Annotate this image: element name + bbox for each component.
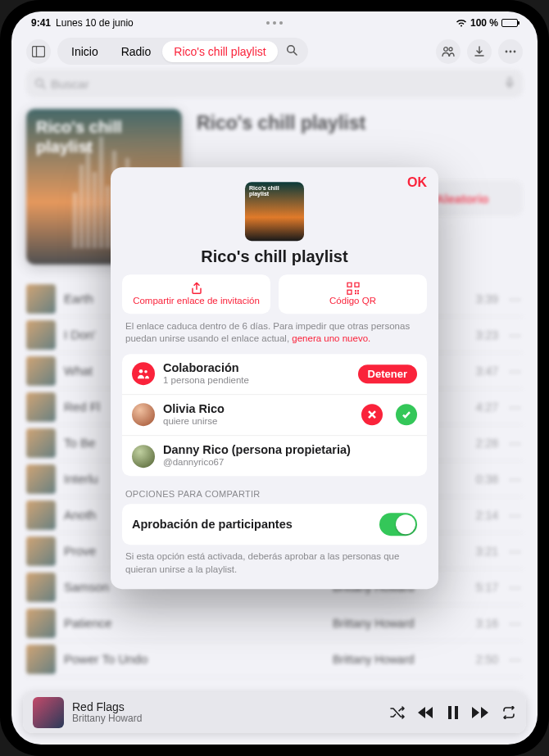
track-more-button[interactable]: ⋯ — [506, 544, 523, 559]
track-more-button[interactable]: ⋯ — [506, 580, 523, 595]
track-title: Power To Undo — [64, 652, 324, 666]
sidebar-toggle-button[interactable] — [26, 39, 51, 64]
repeat-icon[interactable] — [501, 706, 516, 719]
track-more-button[interactable]: ⋯ — [506, 328, 523, 342]
track-duration: 4:27 — [464, 401, 498, 414]
stop-collaboration-button[interactable]: Detener — [358, 364, 417, 383]
mic-icon[interactable] — [505, 77, 515, 90]
qr-code-button[interactable]: Código QR — [279, 274, 427, 314]
track-more-button[interactable]: ⋯ — [506, 652, 523, 667]
dialog-cover-title: Rico's chill playlist — [245, 182, 304, 201]
qr-code-label: Código QR — [329, 296, 376, 306]
track-artist: Brittany Howard — [333, 617, 456, 630]
ellipsis-icon — [505, 50, 516, 53]
svg-rect-18 — [357, 292, 359, 294]
status-dots — [266, 21, 283, 25]
track-duration: 2:28 — [464, 437, 498, 450]
status-left: 9:41 Lunes 10 de junio — [31, 17, 134, 29]
tab-search-button[interactable] — [278, 40, 306, 62]
track-art — [26, 284, 56, 314]
check-icon — [402, 410, 411, 420]
shuffle-icon[interactable] — [390, 706, 405, 719]
track-duration: 5:17 — [464, 581, 498, 594]
track-row[interactable]: PatienceBrittany Howard3:16⋯ — [26, 605, 523, 641]
tab-home[interactable]: Inicio — [60, 41, 110, 62]
svg-point-4 — [444, 47, 448, 51]
top-nav: Inicio Radio Rico's chill playlist — [11, 34, 538, 70]
previous-icon[interactable] — [418, 706, 434, 719]
search-field[interactable]: Buscar — [26, 70, 523, 97]
download-button[interactable] — [467, 39, 492, 64]
now-playing-art — [33, 697, 64, 728]
participant-name: Olivia Rico — [163, 402, 353, 416]
search-icon — [286, 44, 297, 56]
svg-point-5 — [449, 48, 452, 51]
track-more-button[interactable]: ⋯ — [506, 508, 523, 523]
track-duration: 2:14 — [464, 509, 498, 522]
people-icon — [137, 368, 150, 379]
more-button[interactable] — [498, 39, 523, 64]
dialog-cover: Rico's chill playlist — [245, 182, 304, 241]
approve-participants-toggle[interactable] — [379, 513, 417, 536]
tab-current-playlist[interactable]: Rico's chill playlist — [162, 41, 277, 62]
collaboration-dialog: OK Rico's chill playlist Rico's chill pl… — [111, 167, 438, 590]
approve-participant-button[interactable] — [396, 405, 417, 426]
approve-participants-label: Aprobación de participantes — [132, 518, 293, 531]
track-art — [26, 428, 56, 458]
share-invite-label: Compartir enlace de invitación — [133, 296, 260, 306]
reject-participant-button[interactable] — [361, 405, 383, 426]
track-art — [26, 536, 56, 566]
track-more-button[interactable]: ⋯ — [506, 364, 523, 378]
generate-new-link[interactable]: genera uno nuevo. — [292, 333, 370, 343]
svg-rect-20 — [357, 290, 359, 292]
qr-icon — [347, 282, 360, 295]
collaboration-icon — [132, 362, 155, 385]
track-title: Patience — [64, 616, 324, 630]
tab-radio[interactable]: Radio — [110, 41, 163, 62]
collaboration-pending: 1 persona pendiente — [163, 375, 350, 387]
share-people-button[interactable] — [436, 39, 461, 64]
track-row[interactable]: Power To UndoBrittany Howard2:50⋯ — [26, 641, 523, 677]
svg-point-7 — [510, 50, 512, 52]
status-time: 9:41 — [31, 17, 51, 29]
download-icon — [474, 46, 485, 57]
x-icon — [367, 410, 377, 420]
status-right: 100 % — [456, 17, 518, 29]
track-more-button[interactable]: ⋯ — [506, 436, 523, 450]
svg-point-8 — [514, 50, 516, 52]
track-more-button[interactable]: ⋯ — [506, 292, 523, 306]
track-art — [26, 500, 56, 530]
share-icon — [190, 282, 203, 295]
svg-rect-12 — [448, 706, 451, 719]
track-more-button[interactable]: ⋯ — [506, 616, 523, 631]
svg-rect-0 — [33, 46, 45, 57]
ok-button[interactable]: OK — [407, 175, 427, 190]
svg-point-21 — [139, 369, 143, 373]
track-art — [26, 609, 56, 638]
track-duration: 2:50 — [464, 653, 498, 666]
svg-rect-15 — [355, 283, 359, 287]
share-invite-link-button[interactable]: Compartir enlace de invitación — [122, 274, 270, 314]
track-more-button[interactable]: ⋯ — [506, 472, 523, 487]
svg-rect-19 — [355, 292, 356, 294]
track-more-button[interactable]: ⋯ — [506, 400, 523, 414]
track-duration: 0:38 — [464, 473, 498, 486]
track-art — [26, 356, 56, 386]
svg-point-22 — [144, 370, 147, 373]
approve-participants-row: Aprobación de participantes — [122, 504, 427, 545]
svg-line-10 — [43, 86, 46, 89]
share-options-label: OPCIONES PARA COMPARTIR — [125, 489, 424, 499]
pause-icon[interactable] — [447, 706, 459, 719]
participant-name: Danny Rico (persona propietaria) — [163, 443, 417, 457]
playlist-title: Rico's chill playlist — [197, 112, 523, 134]
svg-rect-17 — [355, 290, 356, 292]
svg-rect-16 — [347, 290, 352, 294]
track-art — [26, 320, 56, 350]
next-icon[interactable] — [472, 706, 488, 719]
expiry-caption: El enlace caduca dentro de 6 días. Para … — [125, 320, 424, 346]
participant-status: quiere unirse — [163, 416, 353, 428]
track-duration: 3:23 — [464, 328, 498, 342]
now-playing-bar[interactable]: Red Flags Brittany Howard — [23, 692, 526, 733]
svg-rect-11 — [508, 78, 511, 84]
track-artist: Brittany Howard — [333, 653, 456, 666]
